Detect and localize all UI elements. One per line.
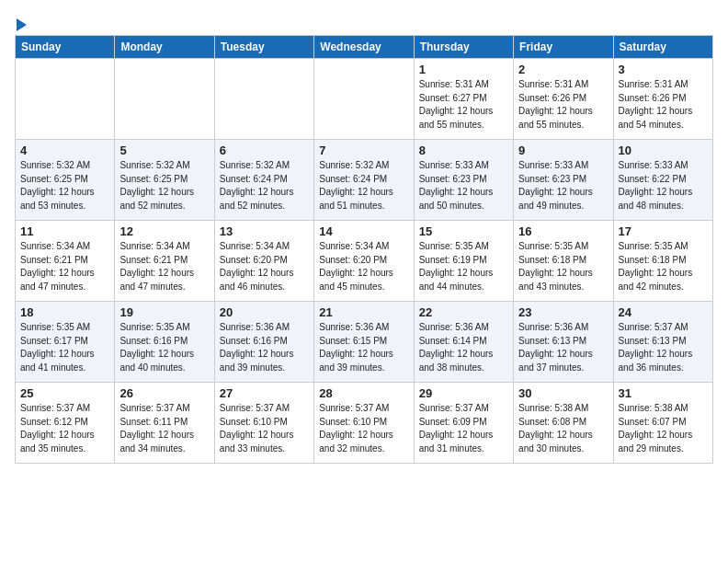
day-number: 18 [20,305,109,319]
day-cell: 21Sunrise: 5:36 AM Sunset: 6:15 PM Dayli… [314,302,414,383]
day-number: 9 [518,144,608,157]
day-info: Sunrise: 5:31 AM Sunset: 6:26 PM Dayligh… [518,78,608,132]
logo [15,18,27,31]
day-info: Sunrise: 5:37 AM Sunset: 6:10 PM Dayligh… [319,402,408,455]
day-number: 29 [419,386,508,400]
day-cell: 22Sunrise: 5:36 AM Sunset: 6:14 PM Dayli… [414,302,513,383]
day-number: 14 [319,224,408,238]
day-info: Sunrise: 5:38 AM Sunset: 6:08 PM Dayligh… [518,402,608,455]
day-info: Sunrise: 5:36 AM Sunset: 6:15 PM Dayligh… [319,321,408,374]
day-number: 13 [220,224,309,238]
day-number: 4 [20,144,109,157]
day-cell: 16Sunrise: 5:35 AM Sunset: 6:18 PM Dayli… [514,221,613,302]
day-number: 22 [419,305,508,319]
calendar-table: SundayMondayTuesdayWednesdayThursdayFrid… [15,35,713,464]
day-number: 2 [518,63,608,76]
day-number: 21 [319,305,408,319]
day-cell: 5Sunrise: 5:32 AM Sunset: 6:25 PM Daylig… [115,140,214,221]
day-cell: 7Sunrise: 5:32 AM Sunset: 6:24 PM Daylig… [314,140,414,221]
day-info: Sunrise: 5:31 AM Sunset: 6:26 PM Dayligh… [619,78,708,132]
day-cell: 13Sunrise: 5:34 AM Sunset: 6:20 PM Dayli… [214,221,313,302]
day-number: 3 [619,63,708,76]
day-cell: 17Sunrise: 5:35 AM Sunset: 6:18 PM Dayli… [613,221,712,302]
day-number: 16 [518,224,608,238]
day-info: Sunrise: 5:37 AM Sunset: 6:11 PM Dayligh… [119,402,209,455]
day-number: 8 [419,144,508,157]
day-number: 6 [220,144,309,157]
day-info: Sunrise: 5:32 AM Sunset: 6:24 PM Dayligh… [220,159,309,213]
day-number: 27 [220,386,309,400]
weekday-header-sunday: Sunday [16,36,115,59]
weekday-header-wednesday: Wednesday [314,36,414,59]
day-cell: 4Sunrise: 5:32 AM Sunset: 6:25 PM Daylig… [16,140,115,221]
page-header [15,15,713,31]
weekday-header-friday: Friday [514,36,613,59]
weekday-header-thursday: Thursday [414,36,513,59]
day-info: Sunrise: 5:37 AM Sunset: 6:12 PM Dayligh… [20,402,109,455]
day-cell: 11Sunrise: 5:34 AM Sunset: 6:21 PM Dayli… [16,221,115,302]
day-info: Sunrise: 5:35 AM Sunset: 6:19 PM Dayligh… [419,240,508,293]
weekday-header-row: SundayMondayTuesdayWednesdayThursdayFrid… [16,36,713,59]
week-row-3: 11Sunrise: 5:34 AM Sunset: 6:21 PM Dayli… [16,221,713,302]
day-cell: 9Sunrise: 5:33 AM Sunset: 6:23 PM Daylig… [514,140,613,221]
day-info: Sunrise: 5:37 AM Sunset: 6:13 PM Dayligh… [619,321,708,374]
day-info: Sunrise: 5:34 AM Sunset: 6:20 PM Dayligh… [319,240,408,293]
day-info: Sunrise: 5:33 AM Sunset: 6:23 PM Dayligh… [518,159,608,213]
weekday-header-monday: Monday [115,36,214,59]
day-info: Sunrise: 5:36 AM Sunset: 6:13 PM Dayligh… [518,321,608,374]
day-cell: 12Sunrise: 5:34 AM Sunset: 6:21 PM Dayli… [115,221,214,302]
day-number: 5 [119,144,209,157]
day-number: 28 [319,386,408,400]
day-info: Sunrise: 5:38 AM Sunset: 6:07 PM Dayligh… [619,402,708,455]
day-info: Sunrise: 5:33 AM Sunset: 6:23 PM Dayligh… [419,159,508,213]
day-number: 15 [419,224,508,238]
weekday-header-tuesday: Tuesday [214,36,313,59]
day-cell: 30Sunrise: 5:38 AM Sunset: 6:08 PM Dayli… [514,383,613,464]
day-cell [115,59,214,140]
day-info: Sunrise: 5:31 AM Sunset: 6:27 PM Dayligh… [419,78,508,132]
day-cell: 6Sunrise: 5:32 AM Sunset: 6:24 PM Daylig… [214,140,313,221]
day-cell: 14Sunrise: 5:34 AM Sunset: 6:20 PM Dayli… [314,221,414,302]
day-cell: 29Sunrise: 5:37 AM Sunset: 6:09 PM Dayli… [414,383,513,464]
day-number: 31 [619,386,708,400]
day-cell: 10Sunrise: 5:33 AM Sunset: 6:22 PM Dayli… [613,140,712,221]
day-number: 7 [319,144,408,157]
day-info: Sunrise: 5:35 AM Sunset: 6:18 PM Dayligh… [619,240,708,293]
day-info: Sunrise: 5:34 AM Sunset: 6:20 PM Dayligh… [220,240,309,293]
day-cell [214,59,313,140]
day-cell: 25Sunrise: 5:37 AM Sunset: 6:12 PM Dayli… [16,383,115,464]
week-row-2: 4Sunrise: 5:32 AM Sunset: 6:25 PM Daylig… [16,140,713,221]
day-info: Sunrise: 5:37 AM Sunset: 6:09 PM Dayligh… [419,402,508,455]
day-number: 20 [220,305,309,319]
weekday-header-saturday: Saturday [613,36,712,59]
day-info: Sunrise: 5:34 AM Sunset: 6:21 PM Dayligh… [119,240,209,293]
day-number: 26 [119,386,209,400]
logo-arrow-icon [17,18,27,31]
day-info: Sunrise: 5:36 AM Sunset: 6:14 PM Dayligh… [419,321,508,374]
day-info: Sunrise: 5:32 AM Sunset: 6:24 PM Dayligh… [319,159,408,213]
week-row-4: 18Sunrise: 5:35 AM Sunset: 6:17 PM Dayli… [16,302,713,383]
day-cell [314,59,414,140]
day-cell: 19Sunrise: 5:35 AM Sunset: 6:16 PM Dayli… [115,302,214,383]
day-number: 11 [20,224,109,238]
day-number: 19 [119,305,209,319]
day-info: Sunrise: 5:35 AM Sunset: 6:16 PM Dayligh… [119,321,209,374]
day-cell [16,59,115,140]
day-info: Sunrise: 5:32 AM Sunset: 6:25 PM Dayligh… [119,159,209,213]
day-number: 24 [619,305,708,319]
day-cell: 1Sunrise: 5:31 AM Sunset: 6:27 PM Daylig… [414,59,513,140]
day-number: 1 [419,63,508,76]
day-number: 12 [119,224,209,238]
day-number: 30 [518,386,608,400]
day-info: Sunrise: 5:36 AM Sunset: 6:16 PM Dayligh… [220,321,309,374]
day-cell: 24Sunrise: 5:37 AM Sunset: 6:13 PM Dayli… [613,302,712,383]
day-cell: 20Sunrise: 5:36 AM Sunset: 6:16 PM Dayli… [214,302,313,383]
day-info: Sunrise: 5:37 AM Sunset: 6:10 PM Dayligh… [220,402,309,455]
day-cell: 8Sunrise: 5:33 AM Sunset: 6:23 PM Daylig… [414,140,513,221]
day-info: Sunrise: 5:35 AM Sunset: 6:17 PM Dayligh… [20,321,109,374]
day-number: 10 [619,144,708,157]
day-cell: 28Sunrise: 5:37 AM Sunset: 6:10 PM Dayli… [314,383,414,464]
day-cell: 26Sunrise: 5:37 AM Sunset: 6:11 PM Dayli… [115,383,214,464]
day-number: 23 [518,305,608,319]
day-cell: 15Sunrise: 5:35 AM Sunset: 6:19 PM Dayli… [414,221,513,302]
